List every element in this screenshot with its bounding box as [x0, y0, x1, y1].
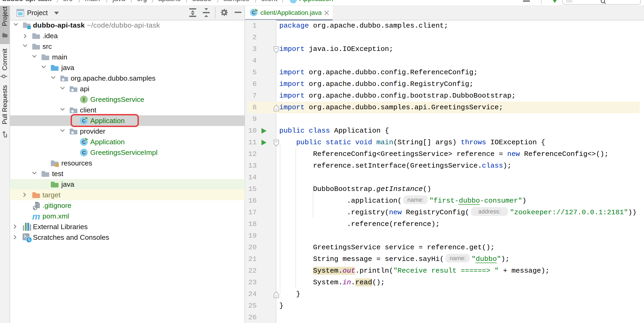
- svg-text:C: C: [82, 150, 86, 155]
- svg-text:I: I: [83, 97, 85, 102]
